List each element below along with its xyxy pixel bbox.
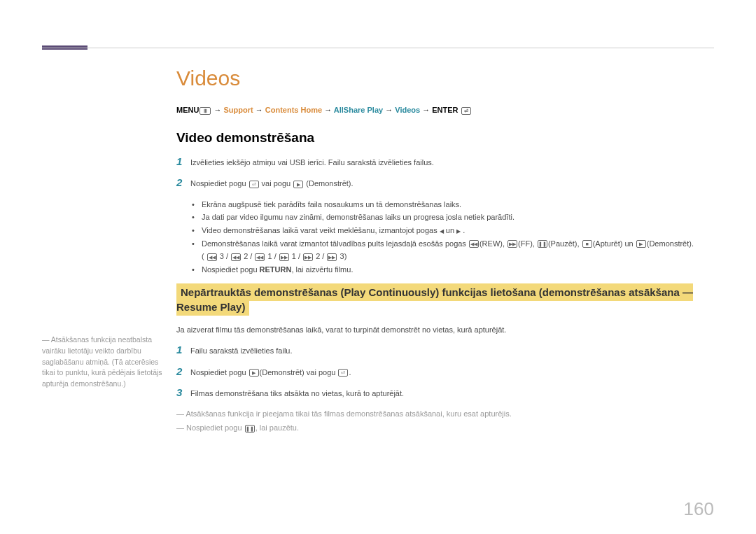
bullet-item: •Ja dati par video ilgumu nav zināmi, de… [192,211,714,224]
breadcrumb: MENUⅢ → Support → Contents Home → AllSha… [176,106,714,115]
text-part: Nospiediet pogu [190,368,248,377]
bullet-text: Ekrāna augšpusē tiek parādīts faila nosa… [202,198,714,211]
text-part: , lai aizvērtu filmu. [291,265,353,274]
text-part: 3) [337,252,346,260]
bullet-text: Ja dati par video ilgumu nav zināmi, dem… [202,211,714,224]
bullet-item: • Nospiediet pogu RETURN, lai aizvērtu f… [192,263,714,276]
text-part: (Demonstrēt). [647,239,694,248]
resume-step-3: 3 Filmas demonstrēšana tiks atsākta no v… [176,386,714,400]
nav-menu: MENU [176,106,199,114]
step-text: Nospiediet pogu ⏎ vai pogu ▶ (Demonstrēt… [190,176,354,190]
text-part: un [444,226,456,234]
play-icon: ▶ [636,240,646,248]
step-number: 3 [176,386,190,398]
step-text: Izvēlieties iekšējo atmiņu vai USB ierīc… [190,155,434,169]
rewind-icon: ◀◀ [255,253,265,261]
text-part: 1 / [290,252,302,260]
resume-step-1: 1 Failu sarakstā izvēlieties failu. [176,344,714,357]
pause-icon: ❚❚ [538,240,547,248]
text-part: (Demonstrēt) vai pogu [260,368,338,377]
text-part: . [349,368,351,377]
play-icon: ▶ [293,181,303,188]
enter-icon: ⏎ [249,181,259,188]
sidebar-footnote: ― Atsākšanas funkcija neatbalsta vairāku… [42,335,164,390]
step-1: 1 Izvēlieties iekšējo atmiņu vai USB ier… [176,155,714,169]
page-number: 160 [684,498,714,520]
stop-icon: ■ [582,240,592,248]
nav-videos: Videos [395,106,420,114]
step-number: 1 [176,344,190,356]
bullet-list: •Ekrāna augšpusē tiek parādīts faila nos… [192,198,714,276]
footnote-2: ― Nospiediet pogu ❚❚, lai pauzētu. [176,422,714,434]
text-part: 2 / [241,252,254,260]
play-icon: ▶ [249,369,259,377]
rewind-icon: ◀◀ [469,240,479,248]
highlighted-heading: Nepārtrauktās demonstrēšanas (Play Conti… [176,283,693,316]
step-text: Failu sarakstā izvēlieties failu. [190,344,293,357]
ff-icon: ▶▶ [303,253,313,261]
bullet-text: Nospiediet pogu RETURN, lai aizvērtu fil… [202,263,714,276]
bullet-text: Demonstrēšanas laikā varat izmantot tālv… [202,237,714,263]
rewind-icon: ◀◀ [231,253,241,261]
nav-contents-home: Contents Home [265,106,322,114]
nav-allshare: AllShare Play [334,106,383,114]
steps-list: 1 Izvēlieties iekšējo atmiņu vai USB ier… [176,155,714,190]
bullet-item: •Ekrāna augšpusē tiek parādīts faila nos… [192,198,714,211]
text-part: Nospiediet pogu [202,265,260,274]
nav-support: Support [224,106,253,114]
step-number: 2 [176,176,190,188]
highlighted-heading-wrap: Nepārtrauktās demonstrēšanas (Play Conti… [176,285,714,314]
step-number: 1 [176,155,190,167]
text-part: (REW), [479,239,507,248]
main-content: Videos MENUⅢ → Support → Contents Home →… [176,66,714,437]
resume-steps-list: 1 Failu sarakstā izvēlieties failu. 2 No… [176,344,714,400]
enter-icon: ⏎ [461,107,471,115]
enter-icon: ⏎ [338,369,348,377]
text-part: vai pogu [260,179,293,188]
step-number: 2 [176,365,190,377]
rewind-icon: ◀◀ [207,253,217,261]
bullet-item: • Demonstrēšanas laikā varat izmantot tā… [192,237,714,263]
return-label: RETURN [260,265,292,274]
menu-icon: Ⅲ [200,107,211,115]
text-part: . [461,226,465,234]
bullet-item: • Video demonstrēšanas laikā varat veikt… [192,224,714,237]
text-part: (Pauzēt), [548,239,582,248]
step-2: 2 Nospiediet pogu ⏎ vai pogu ▶ (Demonstr… [176,176,714,190]
resume-intro: Ja aizverat filmu tās demonstrēšanas lai… [176,324,714,336]
ff-icon: ▶▶ [507,240,517,248]
step-text: Nospiediet pogu ▶(Demonstrēt) vai pogu ⏎… [190,365,351,379]
footnote-1: ― Atsākšanas funkcija ir pieejama tikai … [176,408,714,420]
text-part: Demonstrēšanas laikā varat izmantot tālv… [202,239,468,248]
text-part: 1 / [265,252,278,260]
bullet-text: Video demonstrēšanas laikā varat veikt m… [202,224,714,237]
text-part: (FF), [518,239,537,248]
pause-icon: ❚❚ [245,425,255,433]
text-part: ( [202,252,206,260]
text-part: Video demonstrēšanas laikā varat veikt m… [202,226,440,234]
ff-icon: ▶▶ [279,253,289,261]
nav-enter: ENTER [432,106,458,114]
text-part: , lai pauzētu. [255,423,299,432]
text-part: Nospiediet pogu [190,179,248,188]
text-part: (Apturēt) un [593,239,636,248]
ff-icon: ▶▶ [327,253,337,261]
resume-step-2: 2 Nospiediet pogu ▶(Demonstrēt) vai pogu… [176,365,714,379]
step-text: Filmas demonstrēšana tiks atsākta no vie… [190,386,404,400]
top-border-line [42,48,714,48]
text-part: (Demonstrēt). [304,179,353,188]
page-title: Videos [176,66,714,90]
text-part: 2 / [314,252,326,260]
text-part: ― Nospiediet pogu [176,423,244,432]
text-part: 3 / [218,252,230,260]
section-heading: Video demonstrēšana [176,130,714,146]
